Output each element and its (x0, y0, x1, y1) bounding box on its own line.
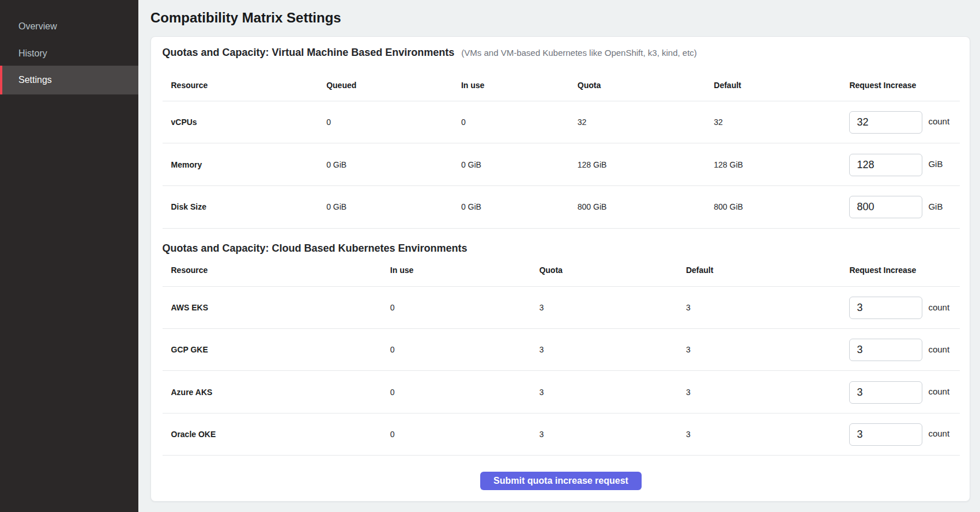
submit-row: Submit quota increase request (163, 472, 960, 490)
table-row: vCPUs 0 0 32 32 count (163, 101, 960, 143)
vm-section-subtitle: (VMs and VM-based Kubernetes like OpenSh… (461, 47, 697, 59)
request-increase-cell: count (849, 111, 951, 134)
table-row: GCP GKE 0 3 3 count (163, 329, 960, 371)
page-title: Compatibility Matrix Settings (150, 9, 970, 26)
vm-row-memory-default: 128 GiB (705, 143, 840, 186)
vm-col-default: Default (705, 70, 840, 101)
vm-row-disk-resource: Disk Size (163, 185, 318, 228)
cloud-col-in-use: In use (382, 255, 531, 287)
sidebar-item-history[interactable]: History (0, 40, 138, 67)
request-increase-td: count (840, 287, 959, 329)
main-content: Compatibility Matrix Settings Quotas and… (138, 0, 980, 512)
cloud-row-aws-default: 3 (677, 287, 841, 329)
sidebar-item-overview-label: Overview (18, 21, 57, 32)
table-row: AWS EKS 0 3 3 count (163, 287, 960, 329)
request-increase-td: GiB (840, 185, 959, 228)
oracle-oke-unit-label: count (928, 428, 949, 438)
vm-section-title: Quotas and Capacity: Virtual Machine Bas… (163, 46, 455, 59)
vm-row-vcpus-resource: vCPUs (163, 101, 318, 143)
request-increase-cell: GiB (849, 154, 951, 176)
cloud-col-quota: Quota (530, 255, 677, 287)
vm-row-disk-queued: 0 GiB (318, 185, 453, 228)
settings-card: Quotas and Capacity: Virtual Machine Bas… (150, 36, 970, 502)
memory-unit-label: GiB (928, 159, 943, 169)
vm-row-disk-default: 800 GiB (705, 185, 840, 228)
sidebar-item-overview[interactable]: Overview (0, 13, 138, 40)
cloud-col-default: Default (677, 255, 841, 287)
sidebar-item-settings-label: Settings (18, 75, 52, 85)
table-row: Disk Size 0 GiB 0 GiB 800 GiB 800 GiB Gi… (163, 185, 960, 228)
disk-size-request-increase-input[interactable] (849, 196, 922, 218)
vcpus-request-increase-input[interactable] (849, 111, 922, 134)
sidebar-item-history-label: History (18, 48, 47, 59)
cloud-section-title: Quotas and Capacity: Cloud Based Kuberne… (163, 242, 468, 255)
cloud-section-header: Quotas and Capacity: Cloud Based Kuberne… (163, 242, 960, 255)
vm-row-disk-in-use: 0 GiB (453, 185, 569, 228)
cloud-row-azure-in-use: 0 (382, 371, 531, 413)
cloud-row-gcp-default: 3 (677, 329, 841, 371)
request-increase-td: count (840, 371, 959, 413)
cloud-row-aws-resource: AWS EKS (163, 287, 382, 329)
vm-quotas-table: Resource Queued In use Quota Default Req… (163, 70, 960, 229)
gcp-gke-unit-label: count (928, 344, 949, 354)
vm-row-disk-quota: 800 GiB (569, 185, 705, 228)
vm-row-memory-quota: 128 GiB (569, 143, 705, 186)
request-increase-td: count (840, 101, 959, 143)
sidebar-item-settings[interactable]: Settings (0, 66, 138, 94)
cloud-quotas-section: Quotas and Capacity: Cloud Based Kuberne… (163, 242, 960, 456)
request-increase-cell: count (849, 423, 951, 446)
aws-eks-request-increase-input[interactable] (849, 297, 922, 319)
vm-row-vcpus-quota: 32 (569, 101, 705, 143)
cloud-row-azure-default: 3 (677, 371, 841, 413)
cloud-col-resource: Resource (163, 255, 382, 287)
cloud-col-request-increase: Request Increase (840, 255, 959, 287)
vm-row-memory-in-use: 0 GiB (453, 143, 569, 186)
oracle-oke-request-increase-input[interactable] (849, 423, 922, 446)
vm-col-in-use: In use (453, 70, 569, 101)
vm-row-memory-queued: 0 GiB (318, 143, 453, 186)
cloud-row-oracle-default: 3 (677, 413, 841, 455)
cloud-row-azure-quota: 3 (530, 371, 677, 413)
table-row: Azure AKS 0 3 3 count (163, 371, 960, 413)
request-increase-cell: count (849, 339, 951, 361)
request-increase-cell: count (849, 297, 951, 319)
vm-col-resource: Resource (163, 70, 318, 101)
request-increase-cell: count (849, 381, 951, 404)
cloud-row-gcp-in-use: 0 (382, 329, 531, 371)
vm-row-vcpus-default: 32 (705, 101, 840, 143)
cloud-quotas-table: Resource In use Quota Default Request In… (163, 255, 960, 456)
vcpus-unit-label: count (928, 116, 949, 126)
cloud-row-gcp-resource: GCP GKE (163, 329, 382, 371)
cloud-row-azure-resource: Azure AKS (163, 371, 382, 413)
request-increase-td: GiB (840, 143, 959, 186)
cloud-row-oracle-quota: 3 (530, 413, 677, 455)
gcp-gke-request-increase-input[interactable] (849, 339, 922, 361)
cloud-row-aws-in-use: 0 (382, 287, 531, 329)
vm-quotas-section: Quotas and Capacity: Virtual Machine Bas… (163, 46, 960, 229)
vm-row-memory-resource: Memory (163, 143, 318, 186)
request-increase-cell: GiB (849, 196, 951, 218)
aws-eks-unit-label: count (928, 302, 949, 312)
submit-quota-increase-button[interactable]: Submit quota increase request (480, 472, 642, 490)
table-row: Oracle OKE 0 3 3 count (163, 413, 960, 455)
vm-col-request-increase: Request Increase (840, 70, 959, 101)
request-increase-td: count (840, 413, 959, 455)
cloud-table-header-row: Resource In use Quota Default Request In… (163, 255, 960, 287)
vm-row-vcpus-queued: 0 (318, 101, 453, 143)
memory-request-increase-input[interactable] (849, 154, 922, 176)
request-increase-td: count (840, 329, 959, 371)
cloud-row-aws-quota: 3 (530, 287, 677, 329)
vm-col-quota: Quota (569, 70, 705, 101)
cloud-row-oracle-in-use: 0 (382, 413, 531, 455)
vm-row-vcpus-in-use: 0 (453, 101, 569, 143)
cloud-row-oracle-resource: Oracle OKE (163, 413, 382, 455)
azure-aks-unit-label: count (928, 386, 949, 396)
vm-table-header-row: Resource Queued In use Quota Default Req… (163, 70, 960, 101)
disk-size-unit-label: GiB (928, 202, 943, 211)
vm-col-queued: Queued (318, 70, 453, 101)
vm-section-header: Quotas and Capacity: Virtual Machine Bas… (163, 46, 960, 59)
azure-aks-request-increase-input[interactable] (849, 381, 922, 404)
table-row: Memory 0 GiB 0 GiB 128 GiB 128 GiB GiB (163, 143, 960, 186)
cloud-row-gcp-quota: 3 (530, 329, 677, 371)
sidebar: Overview History Settings (0, 0, 138, 512)
